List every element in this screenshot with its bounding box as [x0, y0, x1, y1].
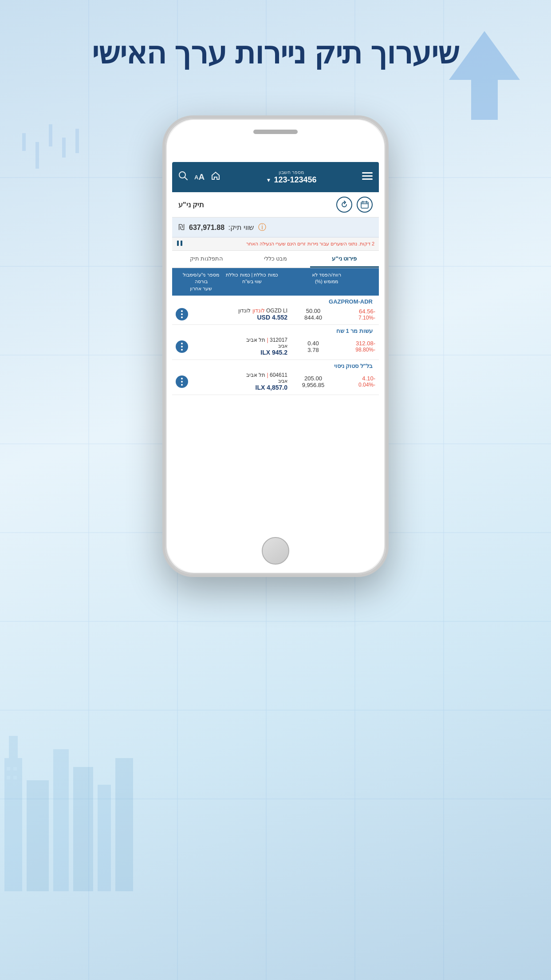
stock-name-blstock: בל"ל סטוק ניסוי — [172, 360, 379, 370]
portfolio-value: שווי תיק: 637,971.88 — [189, 223, 254, 232]
header-left-icons: AA — [178, 171, 220, 183]
th-symbol: מספר ני"ע/סימבולבורסהשער אחרון — [177, 272, 225, 292]
ticker-text: 2 דקות. נתוני השערים עבור ניירות זרים הי… — [186, 241, 374, 247]
pnl-value-blstock: -4.10 — [339, 375, 375, 382]
svg-rect-16 — [62, 138, 66, 158]
svg-rect-13 — [22, 133, 26, 151]
phone-home-button[interactable] — [262, 537, 289, 565]
page-title: שיערוך תיק ניירות ערך האישי — [0, 36, 551, 71]
stock-data-blstock: -4.10 -0.04% 205.00 9,956.85 604611 | תל… — [172, 370, 379, 395]
stock-data-gazprom: -64.56 -7.10% 50.00 844.40 OGZD LI לונדו… — [172, 306, 379, 324]
value-amount: 637,971.88 — [189, 224, 224, 231]
header-account: מספר חשבון ▼ 123-123456 — [220, 170, 362, 185]
tab-detail[interactable]: פירוט ני"ע — [310, 251, 379, 268]
stock-symbol-blstock: 604611 | תל אביב — [188, 372, 287, 378]
header-bar: AA מספר חשבון ▼ 123-123456 — [172, 162, 379, 192]
stock-exchange-label-blstock: אביב — [188, 378, 287, 384]
svg-rect-14 — [35, 142, 39, 169]
stock-qty-blstock: 205.00 9,956.85 — [291, 375, 335, 388]
stock-info-gazprom: OGZD LI לונדון לונדון 4.552 USD — [188, 308, 291, 321]
svg-rect-32 — [362, 172, 373, 174]
stock-price-blstock: 4,857.0 ILX — [188, 384, 287, 391]
shekel-symbol: ₪ — [178, 222, 185, 232]
stock-pnl-gazprom: -64.56 -7.10% — [335, 308, 375, 321]
stock-row-eshot: עשות מר 1 שח -312.08 -98.80% 0.40 3.78 3… — [172, 325, 379, 360]
svg-rect-18 — [4, 758, 22, 891]
stock-pnl-eshot: -312.08 -98.80% — [335, 340, 375, 353]
refresh-icon-button[interactable] — [336, 197, 352, 213]
svg-rect-34 — [362, 178, 373, 180]
phone-frame: AA מספר חשבון ▼ 123-123456 — [162, 115, 389, 577]
tab-overview[interactable]: מבט כללי — [241, 251, 310, 268]
stock-price-eshot: 945.2 ILX — [188, 349, 287, 356]
svg-rect-39 — [177, 241, 179, 246]
stock-row-blstock: בל"ל סטוק ניסוי -4.10 -0.04% 205.00 9,95… — [172, 360, 379, 395]
search-icon[interactable] — [178, 171, 188, 183]
stock-exchange-label-eshot: אביב — [188, 343, 287, 349]
font-size-icon[interactable]: AA — [194, 172, 205, 182]
stock-info-eshot: 312017 | תל אביב אביב 945.2 ILX — [188, 337, 291, 356]
calendar-icon-button[interactable] — [357, 197, 373, 213]
table-header: רווח/הפסד לאממומש (%) כמות כוללת | כמות … — [172, 268, 379, 296]
phone-screen: AA מספר חשבון ▼ 123-123456 — [172, 162, 379, 530]
svg-rect-19 — [9, 736, 18, 758]
svg-rect-23 — [98, 785, 111, 891]
value-bar: ⓘ שווי תיק: 637,971.88 ₪ — [172, 217, 379, 237]
value-label: שווי תיק: — [228, 224, 254, 231]
tabs-row: פירוט ני"ע מבט כללי התפלגות תיק — [172, 251, 379, 268]
stock-qty-gazprom: 50.00 844.40 — [291, 308, 335, 321]
svg-rect-15 — [49, 124, 52, 146]
sub-header-icons — [336, 197, 373, 213]
svg-rect-35 — [361, 202, 368, 208]
th-pnl: רווח/הפסד לאממומש (%) — [279, 272, 374, 292]
stock-qty-eshot: 0.40 3.78 — [291, 340, 335, 353]
account-label: מספר חשבון — [220, 170, 362, 175]
svg-rect-25 — [7, 767, 10, 771]
account-number: ▼ 123-123456 — [220, 175, 362, 185]
ticker-bar: 2 דקות. נתוני השערים עבור ניירות זרים הי… — [172, 237, 379, 251]
pause-button[interactable] — [177, 240, 183, 248]
svg-rect-22 — [73, 767, 93, 891]
account-number-value: 123-123456 — [274, 175, 316, 185]
stock-symbol-eshot: 312017 | תל אביב — [188, 337, 287, 343]
svg-line-31 — [185, 177, 187, 180]
hamburger-icon[interactable] — [362, 171, 373, 183]
menu-dots-blstock[interactable] — [176, 375, 188, 388]
pnl-pct-gazprom: -7.10% — [339, 315, 375, 321]
svg-rect-17 — [75, 129, 79, 153]
stock-row-gazprom: GAZPROM-ADR -64.56 -7.10% 50.00 844.40 O… — [172, 296, 379, 325]
stock-info-blstock: 604611 | תל אביב אביב 4,857.0 ILX — [188, 372, 291, 391]
menu-dots-gazprom[interactable] — [176, 308, 188, 320]
svg-rect-21 — [53, 749, 69, 891]
tab-distribution[interactable]: התפלגות תיק — [172, 251, 241, 268]
stock-name-gazprom: GAZPROM-ADR — [172, 296, 379, 306]
svg-rect-26 — [13, 767, 17, 771]
svg-rect-27 — [7, 776, 10, 779]
stock-pnl-blstock: -4.10 -0.04% — [335, 375, 375, 388]
stock-price-gazprom: 4.552 USD — [188, 314, 287, 321]
info-icon[interactable]: ⓘ — [258, 222, 266, 233]
pnl-value-eshot: -312.08 — [339, 340, 375, 347]
pnl-pct-eshot: -98.80% — [339, 347, 375, 353]
pnl-value-gazprom: -64.56 — [339, 308, 375, 315]
svg-rect-24 — [115, 758, 133, 891]
svg-rect-33 — [362, 175, 373, 177]
stock-name-eshot: עשות מר 1 שח — [172, 325, 379, 335]
svg-rect-40 — [181, 241, 182, 246]
pnl-pct-blstock: -0.04% — [339, 382, 375, 388]
svg-rect-20 — [27, 780, 49, 891]
portfolio-label: תיק ני"ע — [178, 201, 204, 209]
stock-exchange-gazprom: לונדון — [252, 308, 265, 314]
stock-symbol-gazprom: OGZD LI לונדון לונדון — [188, 308, 287, 314]
sub-header: תיק ני"ע — [172, 192, 379, 217]
th-quantity: כמות כוללת | כמות כוללתשווי בש"ח — [225, 272, 279, 292]
svg-rect-28 — [13, 776, 17, 779]
stock-data-eshot: -312.08 -98.80% 0.40 3.78 312017 | תל אב… — [172, 335, 379, 360]
home-icon[interactable] — [211, 171, 220, 183]
phone-speaker — [253, 130, 298, 134]
menu-dots-eshot[interactable] — [176, 340, 188, 353]
account-arrow-icon[interactable]: ▼ — [266, 177, 272, 183]
